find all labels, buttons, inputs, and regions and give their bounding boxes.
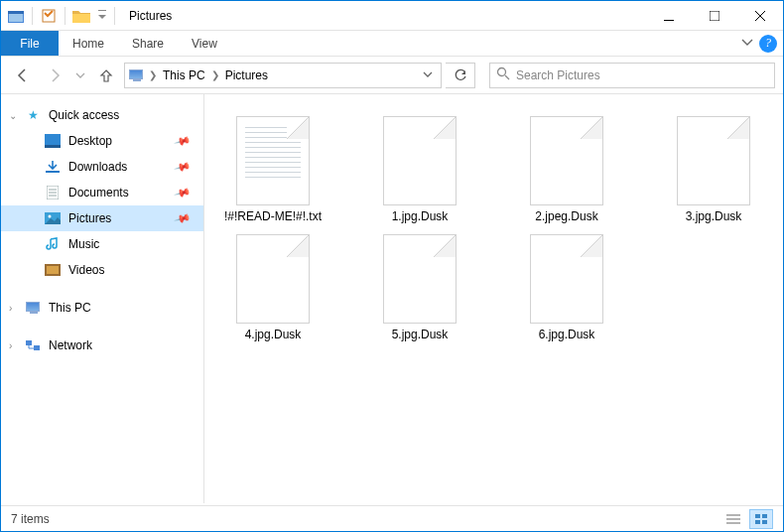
- file-name: 1.jpg.Dusk: [392, 209, 449, 224]
- downloads-icon: [45, 159, 61, 175]
- svg-rect-26: [762, 514, 767, 518]
- chevron-right-icon[interactable]: ›: [9, 340, 12, 351]
- separator: [32, 7, 33, 25]
- body: ⌄ ★ Quick access Desktop 📌 Downloads 📌 D…: [1, 94, 783, 503]
- music-icon: [45, 236, 61, 252]
- item-count: 7 items: [11, 512, 50, 526]
- nav-pictures[interactable]: Pictures 📌: [1, 205, 203, 231]
- window-title: Pictures: [129, 9, 172, 23]
- chevron-right-icon[interactable]: ›: [9, 303, 12, 314]
- svg-rect-5: [664, 20, 674, 21]
- file-item[interactable]: !#!READ-ME!#!.txt: [214, 116, 331, 224]
- status-bar: 7 items: [1, 505, 783, 531]
- svg-rect-20: [26, 340, 32, 345]
- pin-icon: 📌: [174, 158, 193, 176]
- documents-icon: [45, 185, 61, 200]
- tab-home[interactable]: Home: [59, 31, 118, 56]
- tab-view[interactable]: View: [178, 31, 231, 56]
- file-name: !#!READ-ME!#!.txt: [224, 209, 322, 224]
- refresh-button[interactable]: [446, 63, 475, 88]
- search-input[interactable]: Search Pictures: [489, 63, 775, 88]
- nav-videos[interactable]: Videos: [1, 257, 203, 283]
- nav-quick-access[interactable]: ⌄ ★ Quick access: [1, 102, 203, 128]
- forward-button[interactable]: [41, 62, 68, 89]
- titlebar: Pictures: [1, 1, 783, 31]
- svg-line-8: [505, 75, 509, 79]
- search-placeholder: Search Pictures: [516, 68, 600, 82]
- file-thumbnail: [677, 116, 750, 205]
- file-name: 2.jpeg.Dusk: [535, 209, 597, 224]
- svg-rect-25: [755, 514, 760, 518]
- details-view-button[interactable]: [721, 509, 745, 529]
- desktop-icon: [45, 133, 61, 149]
- window-buttons: [646, 1, 783, 31]
- help-icon[interactable]: ?: [759, 35, 777, 53]
- file-thumbnail: [236, 116, 310, 205]
- nav-network[interactable]: › Network: [1, 332, 203, 358]
- file-item[interactable]: 1.jpg.Dusk: [361, 116, 478, 224]
- file-name: 6.jpg.Dusk: [539, 328, 595, 342]
- qat-dropdown-icon[interactable]: [95, 5, 109, 27]
- icons-view-button[interactable]: [749, 509, 773, 529]
- file-item[interactable]: 6.jpg.Dusk: [508, 234, 625, 342]
- up-button[interactable]: [92, 62, 120, 89]
- svg-rect-19: [47, 266, 59, 274]
- file-thumbnail: [530, 234, 603, 324]
- svg-rect-27: [755, 520, 760, 524]
- file-item[interactable]: 3.jpg.Dusk: [655, 116, 772, 224]
- file-name: 4.jpg.Dusk: [245, 328, 302, 342]
- pc-icon: [25, 300, 41, 316]
- pc-icon: [125, 70, 147, 80]
- videos-icon: [45, 262, 61, 278]
- file-name: 3.jpg.Dusk: [686, 209, 742, 224]
- search-icon: [496, 66, 510, 83]
- breadcrumb[interactable]: ❯ This PC ❯ Pictures: [124, 63, 442, 88]
- chevron-down-icon[interactable]: ⌄: [9, 110, 17, 121]
- file-list[interactable]: !#!READ-ME!#!.txt 1.jpg.Dusk 2.jpeg.Dusk…: [204, 94, 783, 503]
- recent-dropdown-icon[interactable]: [72, 62, 88, 89]
- navigation-pane: ⌄ ★ Quick access Desktop 📌 Downloads 📌 D…: [1, 94, 204, 503]
- view-buttons: [721, 509, 773, 529]
- file-thumbnail: [530, 116, 603, 205]
- nav-desktop[interactable]: Desktop 📌: [1, 128, 203, 154]
- file-item[interactable]: 2.jpeg.Dusk: [508, 116, 625, 224]
- nav-music[interactable]: Music: [1, 231, 203, 257]
- network-icon: [25, 337, 41, 353]
- maximize-button[interactable]: [692, 1, 737, 31]
- chevron-right-icon[interactable]: ❯: [209, 69, 221, 80]
- star-icon: ★: [25, 107, 41, 123]
- minimize-button[interactable]: [646, 1, 692, 31]
- chevron-right-icon[interactable]: ❯: [147, 69, 159, 80]
- tab-share[interactable]: Share: [118, 31, 178, 56]
- separator: [65, 7, 65, 25]
- svg-rect-6: [710, 11, 719, 21]
- pin-icon: 📌: [174, 209, 193, 227]
- svg-rect-1: [8, 11, 24, 14]
- nav-this-pc[interactable]: › This PC: [1, 295, 203, 321]
- close-button[interactable]: [737, 1, 783, 31]
- breadcrumb-folder[interactable]: Pictures: [221, 68, 272, 82]
- svg-rect-11: [46, 171, 60, 173]
- file-tab[interactable]: File: [1, 31, 59, 56]
- breadcrumb-thispc[interactable]: This PC: [159, 68, 209, 82]
- svg-rect-10: [45, 145, 61, 148]
- file-item[interactable]: 4.jpg.Dusk: [214, 234, 331, 342]
- nav-downloads[interactable]: Downloads 📌: [1, 154, 203, 180]
- pin-icon: 📌: [174, 184, 193, 201]
- file-item[interactable]: 5.jpg.Dusk: [361, 234, 478, 342]
- file-thumbnail: [236, 234, 310, 324]
- svg-point-17: [49, 215, 52, 218]
- folder-icon[interactable]: [70, 5, 92, 27]
- back-button[interactable]: [9, 62, 37, 89]
- address-bar-row: ❯ This PC ❯ Pictures Search Pictures: [1, 57, 783, 94]
- file-name: 5.jpg.Dusk: [392, 328, 449, 342]
- svg-point-7: [498, 68, 506, 76]
- svg-rect-28: [762, 520, 767, 524]
- window-icon: [5, 5, 27, 27]
- properties-icon[interactable]: [38, 5, 60, 27]
- expand-ribbon-icon[interactable]: [741, 36, 753, 51]
- svg-rect-9: [45, 134, 61, 145]
- address-dropdown-icon[interactable]: [415, 68, 441, 82]
- pictures-icon: [45, 210, 61, 226]
- nav-documents[interactable]: Documents 📌: [1, 180, 203, 205]
